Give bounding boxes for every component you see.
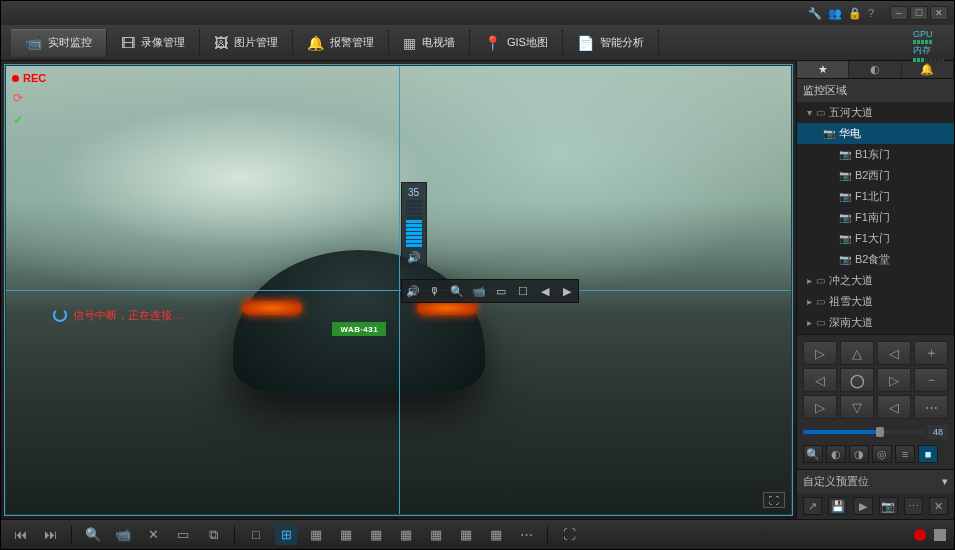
tree-node[interactable]: ▾▭五河大道 [797, 102, 954, 123]
layout-4[interactable]: ⊞ [275, 525, 297, 545]
spinner-icon [53, 308, 67, 322]
preset-actions: ↗ 💾 ▶ 📷 ⋯ ✕ [797, 493, 954, 519]
panel-tabs: ★ ◐ 🔔 [797, 61, 954, 79]
tree-node[interactable]: 📷B1东门 [797, 144, 954, 165]
users-icon[interactable]: 👥 [828, 7, 842, 20]
zoom-in-icon[interactable]: 🔍 [803, 445, 823, 463]
video-grid[interactable]: WAB·431 REC ⟳ ✔ 信号中断，正在连接… 35 [5, 65, 792, 515]
tree-node[interactable]: 📷F1南门 [797, 207, 954, 228]
fullscreen-icon[interactable]: ⛶ [558, 525, 580, 545]
ptz-extra[interactable]: ⋯ [914, 395, 948, 419]
zoom-icon[interactable]: 🔍 [82, 525, 104, 545]
ptz-zoom-in[interactable]: ＋ [914, 341, 948, 365]
speaker-icon[interactable]: 🔊 [407, 251, 421, 264]
prev-icon[interactable]: ◀ [537, 283, 553, 299]
snap-icon[interactable]: ▭ [172, 525, 194, 545]
preset-more-icon[interactable]: ⋯ [904, 497, 923, 515]
ptz-right[interactable]: ▷ [877, 368, 911, 392]
layout-custom[interactable]: ⋯ [515, 525, 537, 545]
preset-play-icon[interactable]: ▶ [853, 497, 872, 515]
tree-node[interactable]: 📷B2食堂 [797, 249, 954, 270]
next-icon[interactable]: ▶ [559, 283, 575, 299]
tab-favorites[interactable]: ★ [797, 61, 849, 78]
tree-node[interactable]: ▸▭祖雪大道 [797, 291, 954, 312]
light-icon[interactable]: ◎ [872, 445, 892, 463]
wiper-icon[interactable]: ≡ [895, 445, 915, 463]
camera-icon: 📹 [25, 35, 42, 51]
tree-node[interactable]: ▸▭深南大道 [797, 312, 954, 333]
layout-16[interactable]: ▦ [425, 525, 447, 545]
title-bar: 🔧 👥 🔒 ? ─ ☐ ✕ [1, 1, 954, 25]
ptz-speed-slider[interactable] [803, 430, 924, 434]
ptz-up[interactable]: △ [840, 341, 874, 365]
focus-icon[interactable]: ◐ [826, 445, 846, 463]
ptz-center[interactable]: ◯ [840, 368, 874, 392]
layout-13[interactable]: ▦ [395, 525, 417, 545]
preset-save-icon[interactable]: 💾 [828, 497, 847, 515]
mic-icon[interactable]: 🎙 [427, 283, 443, 299]
wrench-icon[interactable]: 🔧 [808, 7, 822, 20]
ok-icon[interactable]: ✔ [10, 112, 26, 128]
zoom-icon[interactable]: 🔍 [449, 283, 465, 299]
device-tree[interactable]: 监控区域 ▾▭五河大道 📷华电 📷B1东门 📷B2西门 📷F1北门 📷F1南门 … [797, 79, 954, 334]
iris-icon[interactable]: ◑ [849, 445, 869, 463]
tab-gis[interactable]: 📍 GIS地图 [470, 29, 563, 57]
help-icon[interactable]: ? [868, 7, 874, 20]
preset-cam-icon[interactable]: 📷 [879, 497, 898, 515]
tab-label: 录像管理 [141, 35, 185, 50]
ptz-down[interactable]: ▽ [840, 395, 874, 419]
layout-6[interactable]: ▦ [305, 525, 327, 545]
volume-bars[interactable] [406, 200, 422, 247]
preset-del-icon[interactable]: ✕ [929, 497, 948, 515]
ptz-up-left[interactable]: ▷ [803, 341, 837, 365]
tab-alarm[interactable]: 🔔 报警管理 [293, 29, 389, 57]
layout-1[interactable]: □ [245, 525, 267, 545]
speaker-icon[interactable]: 🔊 [405, 283, 421, 299]
next-page-icon[interactable]: ⏭ [39, 525, 61, 545]
aux-icon[interactable]: ■ [918, 445, 938, 463]
tab-cycle[interactable]: ◐ [849, 61, 901, 78]
layout-20[interactable]: ▦ [455, 525, 477, 545]
expand-view-button[interactable]: ⛶ [763, 492, 785, 508]
preset-header[interactable]: 自定义预置位 ▾ [797, 469, 954, 493]
volume-widget[interactable]: 35 🔊 [401, 182, 427, 267]
tree-node[interactable]: 📷B2西门 [797, 165, 954, 186]
tree-node[interactable]: 📷华电 [797, 123, 954, 144]
retry-icon[interactable]: ⟳ [10, 90, 26, 106]
layout-25[interactable]: ▦ [485, 525, 507, 545]
device-icon: ▭ [816, 296, 825, 307]
stop-button[interactable] [934, 529, 946, 541]
right-panel: ★ ◐ 🔔 监控区域 ▾▭五河大道 📷华电 📷B1东门 📷B2西门 📷F1北门 … [796, 61, 954, 519]
snapshot-icon[interactable]: ☐ [515, 283, 531, 299]
tab-tvwall[interactable]: ▦ 电视墙 [389, 29, 470, 57]
close-all-icon[interactable]: ✕ [142, 525, 164, 545]
record-icon[interactable]: 📹 [471, 283, 487, 299]
tree-node[interactable]: 📷F1大门 [797, 228, 954, 249]
tree-label: 祖雪大道 [829, 294, 873, 309]
ptz-down-right[interactable]: ◁ [877, 395, 911, 419]
tree-node[interactable]: 📷F1北门 [797, 186, 954, 207]
tab-analytics[interactable]: 📄 智能分析 [563, 29, 659, 57]
maximize-button[interactable]: ☐ [910, 6, 928, 20]
tab-playback[interactable]: 🎞 录像管理 [107, 29, 200, 57]
ptz-up-right[interactable]: ◁ [877, 341, 911, 365]
layout-8[interactable]: ▦ [335, 525, 357, 545]
ptz-left[interactable]: ◁ [803, 368, 837, 392]
record-icon[interactable]: 📹 [112, 525, 134, 545]
tab-alarm-list[interactable]: 🔔 [902, 61, 954, 78]
layout-9[interactable]: ▦ [365, 525, 387, 545]
ptz-down-left[interactable]: ▷ [803, 395, 837, 419]
record-button[interactable] [914, 529, 926, 541]
prev-page-icon[interactable]: ⏮ [9, 525, 31, 545]
lock-icon[interactable]: 🔒 [848, 7, 862, 20]
tree-node[interactable]: ▸▭冲之大道 [797, 270, 954, 291]
ptz-zoom-out[interactable]: － [914, 368, 948, 392]
close-button[interactable]: ✕ [930, 6, 948, 20]
tab-images[interactable]: 🖼 图片管理 [200, 29, 293, 57]
license-plate: WAB·431 [332, 322, 386, 336]
minimize-button[interactable]: ─ [890, 6, 908, 20]
multi-icon[interactable]: ⧉ [202, 525, 224, 545]
window-icon[interactable]: ▭ [493, 283, 509, 299]
tab-live[interactable]: 📹 实时监控 [11, 29, 107, 57]
preset-goto-icon[interactable]: ↗ [803, 497, 822, 515]
